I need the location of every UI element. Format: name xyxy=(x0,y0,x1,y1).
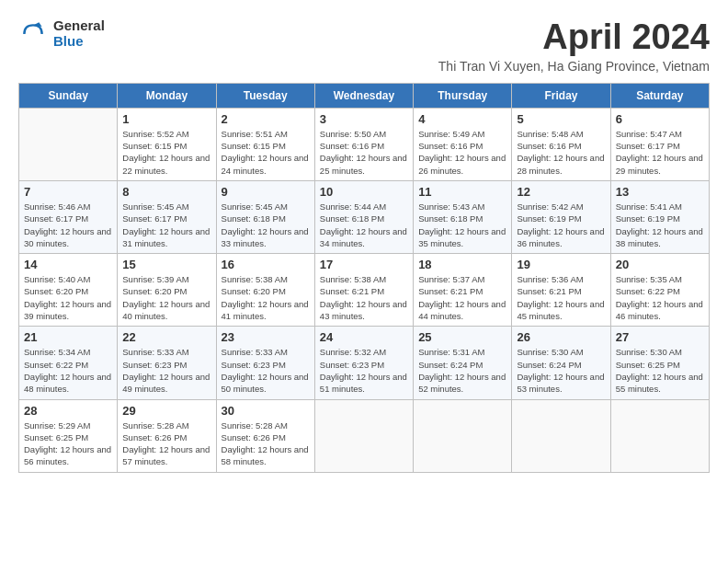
day-info: Sunrise: 5:32 AM Sunset: 6:23 PM Dayligh… xyxy=(320,346,408,395)
day-number: 14 xyxy=(24,258,112,271)
calendar-cell: 2Sunrise: 5:51 AM Sunset: 6:15 PM Daylig… xyxy=(216,108,314,180)
logo-icon xyxy=(18,19,48,49)
day-number: 18 xyxy=(418,258,506,271)
day-number: 9 xyxy=(222,185,310,199)
calendar-cell: 13Sunrise: 5:41 AM Sunset: 6:19 PM Dayli… xyxy=(610,180,709,253)
calendar-cell: 17Sunrise: 5:38 AM Sunset: 6:21 PM Dayli… xyxy=(314,254,413,327)
logo-blue: Blue xyxy=(53,34,105,50)
week-row-4: 21Sunrise: 5:34 AM Sunset: 6:22 PM Dayli… xyxy=(19,327,710,399)
calendar-cell xyxy=(512,399,610,472)
day-info: Sunrise: 5:52 AM Sunset: 6:15 PM Dayligh… xyxy=(122,128,210,177)
day-info: Sunrise: 5:40 AM Sunset: 6:20 PM Dayligh… xyxy=(24,273,112,322)
day-info: Sunrise: 5:46 AM Sunset: 6:17 PM Dayligh… xyxy=(24,201,112,249)
calendar-cell: 1Sunrise: 5:52 AM Sunset: 6:15 PM Daylig… xyxy=(118,108,216,180)
weekday-header-sunday: Sunday xyxy=(19,83,118,108)
day-info: Sunrise: 5:35 AM Sunset: 6:22 PM Dayligh… xyxy=(616,273,704,322)
day-info: Sunrise: 5:51 AM Sunset: 6:15 PM Dayligh… xyxy=(222,128,310,177)
weekday-header-monday: Monday xyxy=(118,83,216,108)
day-info: Sunrise: 5:45 AM Sunset: 6:17 PM Dayligh… xyxy=(122,201,210,249)
day-number: 25 xyxy=(418,330,506,344)
day-info: Sunrise: 5:34 AM Sunset: 6:22 PM Dayligh… xyxy=(24,346,112,395)
calendar-cell: 14Sunrise: 5:40 AM Sunset: 6:20 PM Dayli… xyxy=(19,254,118,327)
day-number: 8 xyxy=(122,185,210,199)
calendar-cell xyxy=(19,108,118,180)
day-info: Sunrise: 5:31 AM Sunset: 6:24 PM Dayligh… xyxy=(418,346,506,395)
day-number: 30 xyxy=(222,404,310,418)
calendar-cell: 28Sunrise: 5:29 AM Sunset: 6:25 PM Dayli… xyxy=(19,399,118,472)
day-number: 23 xyxy=(222,330,310,344)
calendar-cell: 11Sunrise: 5:43 AM Sunset: 6:18 PM Dayli… xyxy=(414,180,512,253)
calendar-cell: 25Sunrise: 5:31 AM Sunset: 6:24 PM Dayli… xyxy=(414,327,512,399)
day-number: 17 xyxy=(320,258,408,271)
logo-text: General Blue xyxy=(53,18,105,49)
day-number: 26 xyxy=(517,330,605,344)
calendar-cell: 4Sunrise: 5:49 AM Sunset: 6:16 PM Daylig… xyxy=(414,108,512,180)
calendar-cell: 18Sunrise: 5:37 AM Sunset: 6:21 PM Dayli… xyxy=(414,254,512,327)
logo-general: General xyxy=(53,18,105,34)
calendar-cell: 30Sunrise: 5:28 AM Sunset: 6:26 PM Dayli… xyxy=(216,399,314,472)
calendar-cell: 6Sunrise: 5:47 AM Sunset: 6:17 PM Daylig… xyxy=(610,108,709,180)
calendar-cell: 16Sunrise: 5:38 AM Sunset: 6:20 PM Dayli… xyxy=(216,254,314,327)
weekday-header-tuesday: Tuesday xyxy=(216,83,314,108)
day-info: Sunrise: 5:44 AM Sunset: 6:18 PM Dayligh… xyxy=(320,201,408,249)
month-title: April 2024 xyxy=(438,18,710,57)
calendar-cell xyxy=(610,399,709,472)
calendar-cell: 8Sunrise: 5:45 AM Sunset: 6:17 PM Daylig… xyxy=(118,180,216,253)
day-info: Sunrise: 5:36 AM Sunset: 6:21 PM Dayligh… xyxy=(517,273,605,322)
calendar-cell: 5Sunrise: 5:48 AM Sunset: 6:16 PM Daylig… xyxy=(512,108,610,180)
day-number: 19 xyxy=(517,258,605,271)
calendar-cell: 26Sunrise: 5:30 AM Sunset: 6:24 PM Dayli… xyxy=(512,327,610,399)
weekday-header-wednesday: Wednesday xyxy=(314,83,413,108)
day-number: 28 xyxy=(24,404,112,418)
calendar-cell: 29Sunrise: 5:28 AM Sunset: 6:26 PM Dayli… xyxy=(118,399,216,472)
day-info: Sunrise: 5:49 AM Sunset: 6:16 PM Dayligh… xyxy=(418,128,506,177)
calendar-cell: 23Sunrise: 5:33 AM Sunset: 6:23 PM Dayli… xyxy=(216,327,314,399)
location: Thi Tran Vi Xuyen, Ha Giang Province, Vi… xyxy=(438,59,710,74)
day-info: Sunrise: 5:28 AM Sunset: 6:26 PM Dayligh… xyxy=(122,419,210,468)
day-info: Sunrise: 5:50 AM Sunset: 6:16 PM Dayligh… xyxy=(320,128,408,177)
day-number: 11 xyxy=(418,185,506,199)
calendar-cell: 15Sunrise: 5:39 AM Sunset: 6:20 PM Dayli… xyxy=(118,254,216,327)
day-number: 6 xyxy=(616,112,704,126)
day-number: 12 xyxy=(517,185,605,199)
day-info: Sunrise: 5:30 AM Sunset: 6:25 PM Dayligh… xyxy=(616,346,704,395)
week-row-3: 14Sunrise: 5:40 AM Sunset: 6:20 PM Dayli… xyxy=(19,254,710,327)
day-info: Sunrise: 5:47 AM Sunset: 6:17 PM Dayligh… xyxy=(616,128,704,177)
day-info: Sunrise: 5:48 AM Sunset: 6:16 PM Dayligh… xyxy=(517,128,605,177)
day-info: Sunrise: 5:33 AM Sunset: 6:23 PM Dayligh… xyxy=(222,346,310,395)
calendar-cell: 9Sunrise: 5:45 AM Sunset: 6:18 PM Daylig… xyxy=(216,180,314,253)
day-info: Sunrise: 5:33 AM Sunset: 6:23 PM Dayligh… xyxy=(122,346,210,395)
weekday-header-thursday: Thursday xyxy=(414,83,512,108)
day-number: 20 xyxy=(616,258,704,271)
calendar-cell: 21Sunrise: 5:34 AM Sunset: 6:22 PM Dayli… xyxy=(19,327,118,399)
calendar-cell xyxy=(314,399,413,472)
calendar-cell: 7Sunrise: 5:46 AM Sunset: 6:17 PM Daylig… xyxy=(19,180,118,253)
day-info: Sunrise: 5:42 AM Sunset: 6:19 PM Dayligh… xyxy=(517,201,605,249)
calendar-cell: 19Sunrise: 5:36 AM Sunset: 6:21 PM Dayli… xyxy=(512,254,610,327)
day-number: 10 xyxy=(320,185,408,199)
week-row-1: 1Sunrise: 5:52 AM Sunset: 6:15 PM Daylig… xyxy=(19,108,710,180)
day-number: 7 xyxy=(24,185,112,199)
day-number: 13 xyxy=(616,185,704,199)
day-info: Sunrise: 5:45 AM Sunset: 6:18 PM Dayligh… xyxy=(222,201,310,249)
calendar-cell: 10Sunrise: 5:44 AM Sunset: 6:18 PM Dayli… xyxy=(314,180,413,253)
calendar-cell: 20Sunrise: 5:35 AM Sunset: 6:22 PM Dayli… xyxy=(610,254,709,327)
weekday-header-friday: Friday xyxy=(512,83,610,108)
weekday-header-row: SundayMondayTuesdayWednesdayThursdayFrid… xyxy=(19,83,710,108)
weekday-header-saturday: Saturday xyxy=(610,83,709,108)
day-info: Sunrise: 5:30 AM Sunset: 6:24 PM Dayligh… xyxy=(517,346,605,395)
page-header: General Blue April 2024 Thi Tran Vi Xuye… xyxy=(18,18,710,74)
day-number: 22 xyxy=(122,330,210,344)
day-info: Sunrise: 5:38 AM Sunset: 6:21 PM Dayligh… xyxy=(320,273,408,322)
day-info: Sunrise: 5:39 AM Sunset: 6:20 PM Dayligh… xyxy=(122,273,210,322)
calendar-cell xyxy=(414,399,512,472)
day-number: 1 xyxy=(122,112,210,126)
day-info: Sunrise: 5:43 AM Sunset: 6:18 PM Dayligh… xyxy=(418,201,506,249)
day-number: 5 xyxy=(517,112,605,126)
day-number: 16 xyxy=(222,258,310,271)
day-number: 4 xyxy=(418,112,506,126)
logo: General Blue xyxy=(18,18,105,49)
week-row-2: 7Sunrise: 5:46 AM Sunset: 6:17 PM Daylig… xyxy=(19,180,710,253)
day-number: 21 xyxy=(24,330,112,344)
calendar: SundayMondayTuesdayWednesdayThursdayFrid… xyxy=(18,83,710,473)
